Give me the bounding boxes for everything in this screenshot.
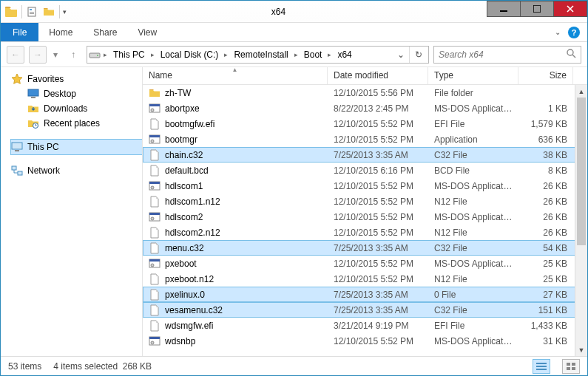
chevron-down-icon[interactable]: ▾: [63, 8, 67, 16]
file-date: 7/25/2013 3:35 AM: [328, 305, 428, 315]
address-bar[interactable]: ▸ This PC▸ Local Disk (C:)▸ RemoteInstal…: [87, 46, 429, 64]
file-date: 12/10/2015 5:52 PM: [328, 336, 428, 346]
table-row[interactable]: hdlscom2.n1212/10/2015 5:52 PMN12 File26…: [143, 225, 587, 240]
file-name: pxelinux.0: [165, 290, 205, 300]
minimize-button[interactable]: [487, 1, 521, 17]
icons-view-button[interactable]: [562, 359, 580, 374]
file-name: wdsmgfw.efi: [165, 321, 213, 331]
help-icon[interactable]: ?: [568, 27, 580, 38]
recent-locations-icon[interactable]: ▾: [51, 49, 60, 60]
table-row[interactable]: pxeboot.n1212/10/2015 5:52 PMN12 File25 …: [143, 271, 587, 287]
svg-rect-1: [30, 9, 32, 10]
file-tab[interactable]: File: [1, 23, 38, 41]
svg-point-34: [151, 341, 154, 344]
file-name: abortpxe: [165, 103, 200, 114]
sidebar-item-recent[interactable]: Recent places: [11, 116, 142, 131]
search-input[interactable]: Search x64: [433, 46, 581, 64]
svg-rect-10: [28, 89, 38, 96]
svg-rect-13: [12, 143, 22, 149]
file-size: 26 KB: [518, 228, 573, 238]
svg-rect-16: [18, 171, 22, 175]
table-row[interactable]: bootmgr12/10/2015 5:52 PMApplication636 …: [143, 131, 587, 147]
col-size[interactable]: Size: [518, 67, 573, 84]
svg-rect-38: [567, 363, 570, 366]
file-size: 54 KB: [518, 243, 573, 253]
file-type: N12 File: [428, 274, 518, 284]
status-item-count: 53 items: [8, 361, 41, 372]
crumb[interactable]: x64: [334, 47, 354, 63]
file-type: MS-DOS Applicati...: [428, 181, 518, 191]
svg-rect-24: [149, 182, 160, 184]
table-row[interactable]: wdsmgfw.efi3/21/2014 9:19 PMEFI File1,43…: [143, 318, 587, 333]
svg-point-22: [151, 140, 154, 143]
favorites-node[interactable]: Favorites: [11, 72, 142, 86]
file-name: menu.c32: [165, 243, 204, 253]
back-button[interactable]: ←: [7, 46, 24, 64]
file-icon: [149, 196, 160, 208]
sidebar-item-downloads[interactable]: Downloads: [11, 101, 142, 116]
sidebar-item-desktop[interactable]: Desktop: [11, 86, 142, 101]
col-name[interactable]: ▲Name: [143, 67, 328, 84]
search-icon: [566, 48, 576, 61]
tab-home[interactable]: Home: [38, 23, 83, 41]
table-row[interactable]: pxeboot12/10/2015 5:52 PMMS-DOS Applicat…: [143, 256, 587, 271]
table-row[interactable]: abortpxe8/22/2013 2:45 PMMS-DOS Applicat…: [143, 100, 587, 116]
table-row[interactable]: hdlscom212/10/2015 5:52 PMMS-DOS Applica…: [143, 209, 587, 225]
svg-point-31: [151, 264, 154, 267]
details-view-button[interactable]: [533, 359, 550, 374]
crumb[interactable]: Local Disk (C:): [158, 47, 222, 63]
file-type: Application: [428, 134, 518, 145]
table-row[interactable]: hdlscom112/10/2015 5:52 PMMS-DOS Applica…: [143, 178, 587, 194]
file-date: 12/10/2015 5:52 PM: [328, 134, 428, 145]
app-icon: [149, 335, 160, 347]
file-icon: [149, 320, 160, 332]
up-button[interactable]: ↑: [64, 46, 82, 64]
file-date: 7/25/2013 3:35 AM: [328, 150, 428, 160]
svg-point-8: [567, 49, 573, 55]
expand-ribbon-icon[interactable]: ⌄: [555, 28, 561, 36]
crumb[interactable]: RemoteInstall: [231, 47, 291, 63]
address-dropdown-icon[interactable]: ⌄: [394, 49, 408, 60]
table-row[interactable]: wdsnbp12/10/2015 5:52 PMMS-DOS Applicati…: [143, 333, 587, 349]
col-date[interactable]: Date modified: [328, 67, 428, 84]
file-icon: [149, 242, 160, 254]
file-list: ▲Name Date modified Type Size zh-TW12/10…: [143, 67, 587, 356]
crumb[interactable]: Boot: [301, 47, 325, 63]
file-icon: [149, 149, 160, 161]
table-row[interactable]: menu.c327/25/2013 3:35 AMC32 File54 KB: [143, 240, 587, 256]
col-type[interactable]: Type: [428, 67, 518, 84]
properties-icon[interactable]: [25, 4, 40, 19]
folder-icon: [4, 4, 18, 19]
tab-share[interactable]: Share: [83, 23, 127, 41]
scroll-down-icon[interactable]: ▼: [575, 343, 587, 356]
table-row[interactable]: vesamenu.c327/25/2013 3:35 AMC32 File151…: [143, 302, 587, 318]
table-row[interactable]: hdlscom1.n1212/10/2015 5:52 PMN12 File26…: [143, 194, 587, 209]
table-row[interactable]: zh-TW12/10/2015 5:56 PMFile folder: [143, 85, 587, 100]
forward-button[interactable]: →: [29, 46, 47, 64]
table-row[interactable]: chain.c327/25/2013 3:35 AMC32 File38 KB: [143, 147, 587, 163]
file-date: 12/10/2015 5:52 PM: [328, 119, 428, 129]
vertical-scrollbar[interactable]: ▲ ▼: [575, 85, 587, 356]
crumb[interactable]: This PC: [110, 47, 148, 63]
file-type: N12 File: [428, 196, 518, 207]
tab-view[interactable]: View: [127, 23, 167, 41]
refresh-icon[interactable]: ↻: [409, 47, 427, 63]
file-size: 26 KB: [518, 196, 573, 207]
close-button[interactable]: [553, 1, 587, 17]
rows-container: zh-TW12/10/2015 5:56 PMFile folderabortp…: [143, 85, 587, 349]
scroll-thumb[interactable]: [577, 98, 586, 245]
table-row[interactable]: bootmgfw.efi12/10/2015 5:52 PMEFI File1,…: [143, 116, 587, 131]
svg-rect-40: [567, 367, 570, 370]
separator: [59, 5, 60, 18]
maximize-button[interactable]: [520, 1, 554, 17]
thispc-node[interactable]: This PC: [11, 140, 142, 154]
network-node[interactable]: Network: [11, 163, 142, 178]
scroll-up-icon[interactable]: ▲: [575, 85, 587, 98]
table-row[interactable]: pxelinux.07/25/2013 3:35 AM0 File27 KB: [143, 287, 587, 302]
file-type: C32 File: [428, 243, 518, 253]
file-name: bootmgfw.efi: [165, 119, 214, 129]
new-folder-icon[interactable]: [41, 4, 56, 19]
window-controls: [487, 1, 587, 22]
file-date: 12/10/2015 5:56 PM: [328, 88, 428, 98]
table-row[interactable]: default.bcd12/10/2015 6:16 PMBCD File8 K…: [143, 163, 587, 178]
